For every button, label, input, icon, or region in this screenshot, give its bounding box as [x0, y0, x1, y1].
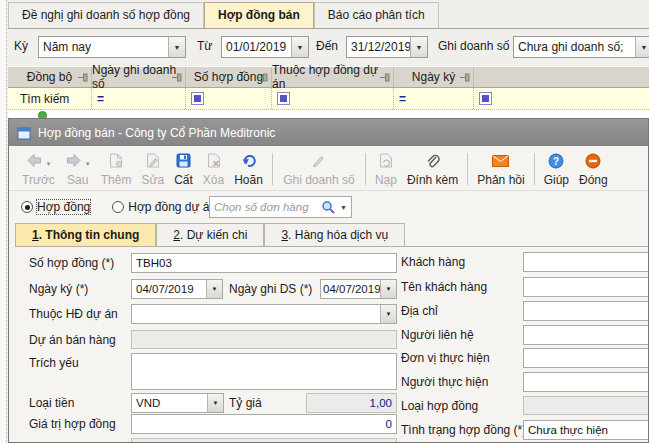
customer-name-label: Tên khách hàng	[401, 280, 487, 294]
from-date-value: 01/01/2019	[222, 40, 291, 54]
delete-button[interactable]: Xóa	[198, 148, 229, 190]
executing-unit-input[interactable]	[523, 348, 649, 368]
column-header-so-hop-dong[interactable]: Số hợp đồng	[186, 67, 272, 87]
contract-status-input[interactable]	[523, 420, 649, 440]
customer-input[interactable]	[523, 252, 649, 272]
pin-icon[interactable]	[460, 73, 470, 82]
tab-hop-dong-ban[interactable]: Hợp đồng bán	[204, 2, 314, 28]
chevron-down-icon[interactable]: ▼	[168, 37, 185, 57]
to-date-value: 31/12/2019	[347, 40, 410, 54]
filter-cell-ngay-ky[interactable]: =	[394, 88, 474, 109]
edit-button[interactable]: Sửa	[136, 148, 169, 190]
prev-button[interactable]: ▼ Trước	[17, 148, 60, 190]
equals-operator[interactable]: =	[399, 92, 406, 106]
chevron-down-icon[interactable]: ▼	[207, 394, 223, 412]
filter-cell-so-hop-dong[interactable]	[186, 88, 272, 109]
record-sales-button[interactable]: Ghi doanh số	[277, 148, 361, 190]
filter-box-icon[interactable]	[277, 92, 290, 105]
tab-hang-hoa-dich-vu[interactable]: 3. Hàng hóa dịch vụ	[264, 223, 405, 246]
summary-textarea[interactable]	[131, 353, 397, 390]
search-icon[interactable]	[321, 200, 336, 215]
pin-icon[interactable]	[380, 73, 390, 82]
pin-icon[interactable]	[172, 73, 182, 82]
radio-hop-dong[interactable]: Hợp đồng	[21, 200, 90, 214]
column-header-dong-bo[interactable]: Đồng bộ	[8, 67, 92, 87]
toolbar-separator	[365, 153, 366, 185]
sales-project-input	[131, 330, 397, 349]
pin-icon[interactable]	[258, 73, 268, 82]
dialog-titlebar[interactable]: Hợp đồng bán - Công ty Cổ Phần Meditroni…	[9, 119, 648, 146]
chevron-down-icon[interactable]: ▼	[380, 280, 396, 298]
chevron-down-icon[interactable]: ▼	[380, 305, 396, 323]
form-tab-strip: 1. Thông tin chung 2. Dự kiến chi 3. Hàn…	[15, 223, 648, 247]
tab-du-kien-chi[interactable]: 2. Dự kiến chi	[156, 223, 264, 246]
order-search-combo[interactable]: ▼	[209, 196, 352, 218]
address-input[interactable]	[523, 301, 649, 321]
pin-icon[interactable]	[78, 73, 88, 82]
tab-thong-tin-chung[interactable]: 1. Thông tin chung	[15, 223, 156, 246]
chevron-down-icon[interactable]: ▼	[410, 37, 427, 57]
column-label: Số hợp đồng	[194, 70, 263, 84]
attach-button[interactable]: Đính kèm	[402, 148, 463, 190]
record-sales-select[interactable]: Chưa ghi doanh số; ▼	[513, 36, 649, 58]
filter-cell-thuoc-hop-dong-du-an[interactable]	[272, 88, 394, 109]
tab-de-nghi-ghi-doanh-so[interactable]: Đề nghị ghi doanh số hợp đồng	[8, 2, 204, 28]
chevron-down-icon[interactable]: ▼	[635, 37, 649, 57]
dialog-title: Hợp đồng bán - Công ty Cổ Phần Meditroni…	[38, 126, 275, 140]
contract-value-input[interactable]	[131, 414, 397, 434]
contract-status-label: Tình trạng hợp đồng (*)	[401, 423, 526, 437]
app-screen: Đề nghị ghi doanh số hợp đồng Hợp đồng b…	[0, 0, 649, 443]
chevron-down-icon[interactable]: ▼	[206, 280, 222, 298]
order-search-input[interactable]	[210, 198, 321, 216]
equals-operator[interactable]: =	[97, 92, 104, 106]
period-select[interactable]: Năm nay ▼	[38, 36, 186, 58]
project-contract-label: Thuộc HĐ dự án	[29, 307, 118, 321]
sales-contract-dialog: Hợp đồng bán - Công ty Cổ Phần Meditroni…	[8, 118, 649, 443]
close-icon	[585, 153, 601, 169]
executor-input[interactable]	[523, 372, 649, 392]
contract-window-icon	[17, 126, 31, 140]
filter-box-icon[interactable]	[479, 92, 492, 105]
column-label: Ngày ký	[412, 70, 455, 84]
svg-text:?: ?	[553, 155, 559, 166]
sign-date-input[interactable]: 04/07/2019 ▼	[131, 279, 223, 299]
record-date-label: Ngày ghi DS (*)	[229, 282, 312, 296]
column-header-thuoc-hop-dong-du-an[interactable]: Thuộc hợp đồng dự án	[272, 67, 394, 87]
search-row-label: Tìm kiếm	[20, 92, 69, 106]
project-contract-select[interactable]: ▼	[131, 304, 397, 324]
sign-date-label: Ngày ký (*)	[29, 282, 88, 296]
filter-cell-ngay-ghi-doanh-so[interactable]: =	[92, 88, 186, 109]
column-header-ngay-ky[interactable]: Ngày ký	[394, 67, 474, 87]
currency-value: VND	[132, 394, 207, 412]
reload-button[interactable]: Nạp	[370, 148, 402, 190]
from-date-input[interactable]: 01/01/2019 ▼	[221, 36, 309, 58]
chevron-down-icon[interactable]: ▼	[291, 37, 308, 57]
next-button[interactable]: ▼ Sau	[60, 148, 96, 190]
save-button[interactable]: Cất	[169, 148, 198, 190]
filter-cell-empty[interactable]	[474, 88, 649, 109]
contract-no-input[interactable]	[131, 253, 397, 273]
contract-no-label: Số hợp đồng (*)	[29, 256, 114, 270]
radio-dot-icon	[112, 201, 124, 213]
chevron-down-icon[interactable]: ▼	[336, 204, 351, 211]
help-button[interactable]: ? Giúp	[539, 148, 574, 190]
grid-search-row: Tìm kiếm = =	[8, 88, 649, 110]
undo-button[interactable]: Hoãn	[229, 148, 268, 190]
chevron-down-icon[interactable]: ▼	[85, 161, 91, 167]
contract-type-input	[523, 396, 649, 415]
contract-value-label: Giá trị hợp đồng	[29, 417, 116, 431]
radio-hop-dong-du-an[interactable]: Hợp đồng dự án	[112, 200, 216, 214]
customer-name-input[interactable]	[523, 277, 649, 297]
currency-select[interactable]: VND ▼	[131, 393, 224, 413]
feedback-button[interactable]: Phản hồi	[472, 148, 529, 190]
column-header-ngay-ghi-doanh-so[interactable]: Ngày ghi doanh số	[92, 67, 186, 87]
record-date-input[interactable]: 04/07/2019 ▼	[320, 279, 397, 299]
filter-box-icon[interactable]	[191, 92, 204, 105]
forward-arrow-icon	[65, 153, 83, 168]
add-button[interactable]: Thêm	[96, 148, 137, 190]
contact-person-input[interactable]	[523, 325, 649, 345]
tab-bao-cao-phan-tich[interactable]: Báo cáo phân tích	[314, 2, 439, 28]
chevron-down-icon[interactable]: ▼	[45, 161, 51, 167]
to-date-input[interactable]: 31/12/2019 ▼	[346, 36, 428, 58]
close-button[interactable]: Đóng	[574, 148, 613, 190]
